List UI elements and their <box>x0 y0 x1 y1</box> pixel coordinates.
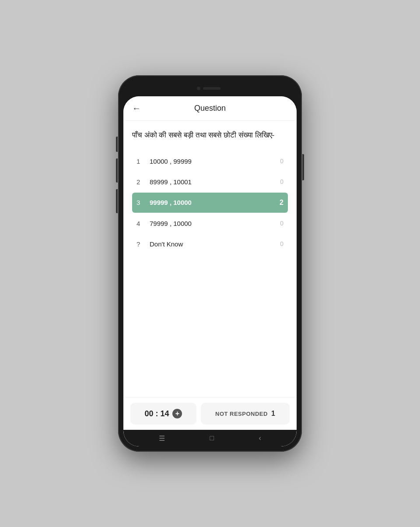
volume-up-button <box>116 158 118 183</box>
phone-device: ← Question पाँच अंको की सबसे बड़ी तथा सब… <box>118 75 302 452</box>
nav-home-icon[interactable]: □ <box>210 434 214 442</box>
app-header: ← Question <box>123 96 297 121</box>
phone-top-bar <box>123 81 297 96</box>
volume-down-button <box>116 189 118 213</box>
option-count-4: 0 <box>275 220 284 227</box>
page-title: Question <box>194 104 226 113</box>
option-count-dk: 0 <box>275 240 284 247</box>
option-row-3[interactable]: 3 99999 , 10000 2 <box>132 193 288 213</box>
option-text-3: 99999 , 10000 <box>146 199 275 206</box>
option-count-3: 2 <box>275 199 284 207</box>
option-number-dk: ? <box>136 240 146 248</box>
options-list: 1 10000 , 99999 0 2 89999 , 10001 0 3 99… <box>132 151 288 254</box>
phone-screen: ← Question पाँच अंको की सबसे बड़ी तथा सब… <box>123 96 297 446</box>
back-button[interactable]: ← <box>132 103 146 113</box>
option-text-dk: Don't Know <box>146 240 275 248</box>
nav-back-icon[interactable]: ‹ <box>259 434 261 442</box>
option-number-3: 3 <box>136 199 146 206</box>
option-number-4: 4 <box>136 220 146 227</box>
option-row-4[interactable]: 4 79999 , 10000 0 <box>132 214 288 233</box>
not-responded-count: 1 <box>271 410 275 418</box>
app-footer: 00 : 14 + NOT RESPONDED 1 <box>123 397 297 430</box>
timer-plus-button[interactable]: + <box>172 409 182 418</box>
option-number-2: 2 <box>136 178 146 186</box>
phone-notch <box>182 84 238 93</box>
option-count-1: 0 <box>275 158 284 165</box>
not-responded-label: NOT RESPONDED <box>215 411 268 417</box>
option-row-1[interactable]: 1 10000 , 99999 0 <box>132 151 288 171</box>
android-nav-bar: ☰ □ ‹ <box>123 430 297 446</box>
app-content: पाँच अंको की सबसे बड़ी तथा सबसे छोटी संख… <box>123 121 297 397</box>
option-text-4: 79999 , 10000 <box>146 220 275 227</box>
nav-menu-icon[interactable]: ☰ <box>159 434 165 443</box>
earpiece-speaker <box>203 87 220 90</box>
front-sensor <box>197 87 200 90</box>
option-text-1: 10000 , 99999 <box>146 158 275 165</box>
timer-display: 00 : 14 <box>144 409 169 418</box>
question-text: पाँच अंको की सबसे बड़ी तथा सबसे छोटी संख… <box>132 130 288 141</box>
option-row-dont-know[interactable]: ? Don't Know 0 <box>132 234 288 254</box>
option-count-2: 0 <box>275 178 284 185</box>
power-button <box>302 154 304 180</box>
volume-mute-button <box>116 137 118 152</box>
option-row-2[interactable]: 2 89999 , 10001 0 <box>132 172 288 192</box>
timer-widget[interactable]: 00 : 14 + <box>130 403 196 425</box>
status-widget: NOT RESPONDED 1 <box>201 403 290 425</box>
option-text-2: 89999 , 10001 <box>146 178 275 186</box>
option-number-1: 1 <box>136 158 146 165</box>
